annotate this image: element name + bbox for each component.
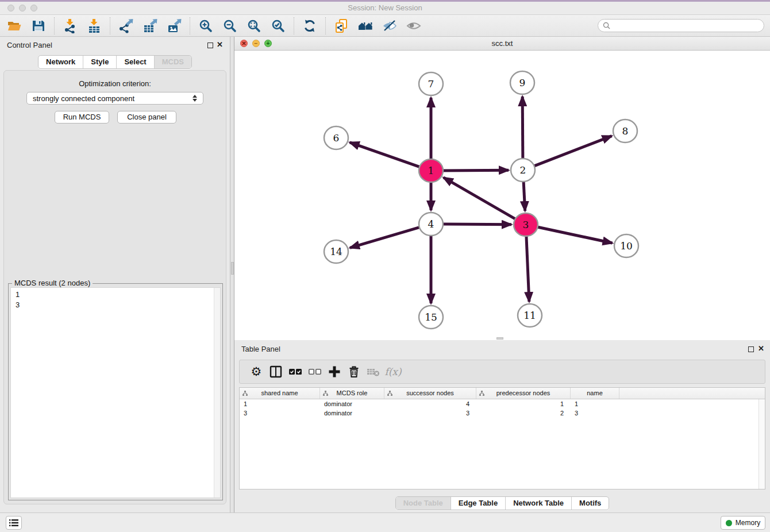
import-table-icon[interactable] (86, 17, 103, 34)
graph-node-8[interactable]: 8 (613, 119, 637, 142)
table-row[interactable]: 3dominator323 (240, 408, 765, 418)
table-cell[interactable]: 1 (240, 399, 320, 408)
column-header-name[interactable]: name (571, 388, 619, 399)
memory-button[interactable]: Memory (721, 516, 765, 530)
table-tab-motifs[interactable]: Motifs (571, 497, 609, 510)
graph-node-6[interactable]: 6 (324, 126, 348, 149)
table-scrollbar[interactable] (759, 399, 765, 489)
refresh-view-icon[interactable] (301, 17, 318, 34)
graph-edge-1-6[interactable] (350, 142, 421, 167)
graph-edge-3-11[interactable] (526, 235, 529, 302)
search-box[interactable] (598, 19, 764, 32)
tab-network[interactable]: Network (38, 56, 83, 68)
graph-node-14[interactable]: 14 (324, 240, 348, 263)
table-row[interactable]: 1dominator411 (240, 399, 765, 408)
apply-function-icon: f(x) (383, 363, 403, 380)
toolbar-separator (325, 17, 326, 34)
column-header-shared-name[interactable]: shared name (240, 388, 320, 399)
column-header-predecessor-nodes[interactable]: predecessor nodes (476, 388, 571, 399)
table-cell[interactable]: 2 (476, 408, 571, 418)
graph-node-1[interactable]: 1 (419, 159, 443, 182)
export-table-icon[interactable] (141, 17, 159, 34)
graph-node-15[interactable]: 15 (419, 306, 443, 329)
deselect-all-rows-icon[interactable] (305, 363, 325, 380)
memory-status-icon (726, 520, 732, 526)
toolbar-separator (294, 17, 294, 34)
network-window-titlebar[interactable]: ✕ − + scc.txt (234, 37, 770, 51)
zoom-out-icon[interactable] (221, 17, 238, 34)
graph-node-3[interactable]: 3 (514, 213, 538, 236)
tab-select[interactable]: Select (116, 56, 153, 68)
mcds-result-list[interactable]: 13 (10, 287, 221, 498)
delete-column-icon[interactable] (344, 363, 364, 380)
tab-mcds[interactable]: MCDS (154, 56, 191, 68)
result-scrollbar[interactable] (214, 288, 220, 498)
table-tab-edge-table[interactable]: Edge Table (451, 497, 505, 510)
column-header-MCDS-role[interactable]: MCDS role (320, 388, 384, 399)
graph-edge-2-9[interactable] (522, 97, 523, 160)
add-column-icon[interactable] (325, 363, 344, 380)
table-cell[interactable]: 4 (384, 399, 476, 408)
float-table-panel-icon[interactable] (748, 346, 754, 352)
clone-network-icon[interactable] (333, 17, 350, 34)
splitter-grip[interactable] (231, 262, 234, 275)
open-session-icon[interactable] (6, 17, 23, 34)
hide-selected-icon[interactable] (381, 17, 398, 34)
zoom-in-icon[interactable] (197, 17, 214, 34)
graph-edge-2-3[interactable] (523, 180, 525, 211)
export-image-icon[interactable] (165, 17, 183, 34)
screen-top-edge (0, 0, 770, 2)
graph-edge-4-3[interactable] (442, 224, 511, 225)
panel-splitter[interactable] (230, 37, 234, 512)
table-tab-node-table[interactable]: Node Table (396, 497, 451, 510)
save-session-icon[interactable] (30, 17, 47, 34)
graph-edge-3-1[interactable] (444, 178, 517, 219)
optimization-criterion-select[interactable]: strongly connected component (26, 92, 203, 105)
table-cell[interactable]: 1 (476, 399, 571, 408)
graph-node-10[interactable]: 10 (614, 234, 638, 257)
column-header-label: predecessor nodes (476, 390, 570, 396)
table-cell[interactable]: 3 (240, 408, 320, 418)
search-input[interactable] (613, 22, 759, 30)
close-table-panel-icon[interactable]: ✕ (758, 344, 764, 353)
table-tab-network-table[interactable]: Network Table (505, 497, 571, 510)
column-header-successor-nodes[interactable]: successor nodes (384, 388, 476, 399)
graph-node-2[interactable]: 2 (511, 159, 535, 182)
result-line: 1 (11, 290, 220, 300)
graph-node-7[interactable]: 7 (419, 72, 443, 95)
show-all-icon[interactable] (405, 17, 422, 34)
table-cell[interactable]: dominator (320, 399, 384, 408)
run-mcds-button[interactable]: Run MCDS (55, 111, 109, 124)
export-network-icon[interactable] (117, 17, 134, 34)
graph-edge-3-10[interactable] (537, 227, 613, 243)
select-all-rows-icon[interactable] (286, 363, 305, 380)
window-resize-grip[interactable] (496, 337, 503, 340)
toolbar-separator (110, 17, 110, 34)
graph-node-9[interactable]: 9 (510, 71, 534, 94)
graph-node-4[interactable]: 4 (419, 213, 443, 236)
tab-style[interactable]: Style (83, 56, 116, 68)
table-cell[interactable]: 3 (571, 408, 619, 418)
split-panel-icon[interactable] (266, 363, 286, 380)
table-cell[interactable]: 1 (571, 399, 619, 408)
close-panel-button[interactable]: Close panel (117, 111, 176, 124)
table-cell[interactable]: dominator (320, 408, 384, 418)
zoom-selected-icon[interactable] (270, 17, 287, 34)
network-canvas[interactable]: 7968124314101511 (234, 51, 770, 340)
graph-edge-1-2[interactable] (442, 170, 509, 171)
float-panel-icon[interactable] (207, 43, 213, 48)
task-history-button[interactable] (6, 516, 22, 530)
column-settings-icon[interactable]: ⚙ (247, 363, 266, 380)
graph-node-label: 10 (620, 240, 633, 252)
node-table[interactable]: shared nameMCDS rolesuccessor nodesprede… (239, 387, 765, 489)
first-neighbors-icon[interactable] (357, 17, 374, 34)
import-network-icon[interactable] (61, 17, 79, 34)
control-panel: Control Panel ✕ NetworkStyleSelectMCDS O… (0, 37, 230, 512)
zoom-fit-icon[interactable] (245, 17, 263, 34)
graph-edge-2-8[interactable] (533, 136, 612, 167)
graph-edge-4-14[interactable] (350, 227, 421, 248)
app-title-bar: Session: New Session (0, 0, 770, 15)
close-panel-icon[interactable]: ✕ (217, 40, 223, 49)
table-cell[interactable]: 3 (384, 408, 476, 418)
graph-node-11[interactable]: 11 (518, 304, 542, 327)
